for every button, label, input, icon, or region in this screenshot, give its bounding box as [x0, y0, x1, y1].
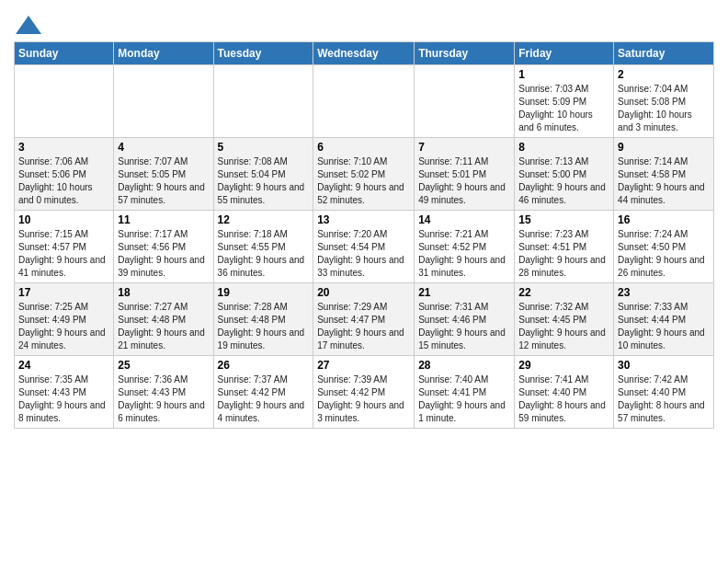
day-info: Sunrise: 7:25 AM Sunset: 4:49 PM Dayligh…: [18, 301, 109, 352]
day-info: Sunrise: 7:41 AM Sunset: 4:40 PM Dayligh…: [518, 373, 609, 425]
calendar-cell: 13Sunrise: 7:20 AM Sunset: 4:54 PM Dayli…: [313, 210, 415, 282]
calendar-cell: 27Sunrise: 7:39 AM Sunset: 4:42 PM Dayli…: [313, 355, 415, 428]
day-number: 15: [518, 213, 609, 226]
calendar-cell: 15Sunrise: 7:23 AM Sunset: 4:51 PM Dayli…: [515, 210, 614, 282]
day-number: 10: [18, 213, 109, 226]
day-number: 3: [18, 141, 109, 154]
day-info: Sunrise: 7:31 AM Sunset: 4:46 PM Dayligh…: [418, 301, 510, 352]
day-info: Sunrise: 7:18 AM Sunset: 4:55 PM Dayligh…: [218, 228, 310, 280]
day-number: 7: [418, 141, 510, 154]
page-header: [14, 9, 714, 34]
calendar-cell: 9Sunrise: 7:14 AM Sunset: 4:58 PM Daylig…: [614, 137, 714, 210]
calendar-week-row: 24Sunrise: 7:35 AM Sunset: 4:43 PM Dayli…: [15, 355, 714, 428]
day-number: 2: [618, 68, 710, 81]
day-info: Sunrise: 7:03 AM Sunset: 5:09 PM Dayligh…: [518, 83, 609, 134]
day-info: Sunrise: 7:10 AM Sunset: 5:02 PM Dayligh…: [317, 155, 410, 207]
calendar-cell: [415, 64, 515, 137]
calendar-week-row: 3Sunrise: 7:06 AM Sunset: 5:06 PM Daylig…: [15, 137, 714, 210]
calendar-week-row: 10Sunrise: 7:15 AM Sunset: 4:57 PM Dayli…: [15, 210, 714, 282]
calendar-day-header: Friday: [515, 41, 614, 64]
calendar-header-row: SundayMondayTuesdayWednesdayThursdayFrid…: [15, 41, 714, 64]
day-number: 8: [518, 141, 609, 154]
page-container: SundayMondayTuesdayWednesdayThursdayFrid…: [0, 0, 728, 438]
day-info: Sunrise: 7:33 AM Sunset: 4:44 PM Dayligh…: [618, 301, 710, 352]
day-info: Sunrise: 7:17 AM Sunset: 4:56 PM Dayligh…: [118, 228, 209, 280]
calendar-cell: 1Sunrise: 7:03 AM Sunset: 5:09 PM Daylig…: [515, 64, 614, 137]
calendar-cell: [213, 64, 313, 137]
day-info: Sunrise: 7:27 AM Sunset: 4:48 PM Dayligh…: [118, 301, 209, 352]
calendar-cell: 28Sunrise: 7:40 AM Sunset: 4:41 PM Dayli…: [415, 355, 515, 428]
day-number: 14: [418, 213, 510, 226]
calendar-day-header: Sunday: [15, 41, 114, 64]
day-number: 4: [118, 141, 209, 154]
calendar-cell: 3Sunrise: 7:06 AM Sunset: 5:06 PM Daylig…: [15, 137, 114, 210]
day-info: Sunrise: 7:36 AM Sunset: 4:43 PM Dayligh…: [118, 373, 209, 425]
calendar-week-row: 1Sunrise: 7:03 AM Sunset: 5:09 PM Daylig…: [15, 64, 714, 137]
day-number: 13: [317, 213, 410, 226]
day-number: 29: [518, 359, 609, 372]
day-info: Sunrise: 7:35 AM Sunset: 4:43 PM Dayligh…: [18, 373, 109, 425]
day-info: Sunrise: 7:14 AM Sunset: 4:58 PM Dayligh…: [618, 155, 710, 207]
calendar-cell: 4Sunrise: 7:07 AM Sunset: 5:05 PM Daylig…: [114, 137, 213, 210]
calendar-week-row: 17Sunrise: 7:25 AM Sunset: 4:49 PM Dayli…: [15, 282, 714, 355]
day-info: Sunrise: 7:21 AM Sunset: 4:52 PM Dayligh…: [418, 228, 510, 280]
calendar-day-header: Wednesday: [313, 41, 415, 64]
calendar-cell: 26Sunrise: 7:37 AM Sunset: 4:42 PM Dayli…: [213, 355, 313, 428]
day-number: 22: [518, 286, 609, 299]
calendar-cell: 12Sunrise: 7:18 AM Sunset: 4:55 PM Dayli…: [213, 210, 313, 282]
calendar-day-header: Saturday: [614, 41, 714, 64]
calendar-cell: 22Sunrise: 7:32 AM Sunset: 4:45 PM Dayli…: [515, 282, 614, 355]
calendar-cell: 30Sunrise: 7:42 AM Sunset: 4:40 PM Dayli…: [614, 355, 714, 428]
day-number: 11: [118, 213, 209, 226]
calendar-cell: [114, 64, 213, 137]
day-info: Sunrise: 7:07 AM Sunset: 5:05 PM Dayligh…: [118, 155, 209, 207]
calendar-cell: 6Sunrise: 7:10 AM Sunset: 5:02 PM Daylig…: [313, 137, 415, 210]
calendar-cell: 29Sunrise: 7:41 AM Sunset: 4:40 PM Dayli…: [515, 355, 614, 428]
calendar-cell: 14Sunrise: 7:21 AM Sunset: 4:52 PM Dayli…: [415, 210, 515, 282]
calendar-cell: 24Sunrise: 7:35 AM Sunset: 4:43 PM Dayli…: [15, 355, 114, 428]
day-number: 16: [618, 213, 710, 226]
day-info: Sunrise: 7:13 AM Sunset: 5:00 PM Dayligh…: [518, 155, 609, 207]
calendar-cell: 25Sunrise: 7:36 AM Sunset: 4:43 PM Dayli…: [114, 355, 213, 428]
day-number: 26: [218, 359, 310, 372]
day-number: 25: [118, 359, 209, 372]
calendar-cell: [15, 64, 114, 137]
calendar-cell: 16Sunrise: 7:24 AM Sunset: 4:50 PM Dayli…: [614, 210, 714, 282]
calendar-cell: 23Sunrise: 7:33 AM Sunset: 4:44 PM Dayli…: [614, 282, 714, 355]
day-number: 12: [218, 213, 310, 226]
svg-marker-0: [16, 16, 41, 34]
day-number: 5: [218, 141, 310, 154]
day-number: 24: [18, 359, 109, 372]
logo: [14, 13, 41, 34]
day-info: Sunrise: 7:39 AM Sunset: 4:42 PM Dayligh…: [317, 373, 410, 425]
logo-icon: [16, 16, 41, 34]
day-info: Sunrise: 7:11 AM Sunset: 5:01 PM Dayligh…: [418, 155, 510, 207]
calendar-cell: 8Sunrise: 7:13 AM Sunset: 5:00 PM Daylig…: [515, 137, 614, 210]
day-number: 1: [518, 68, 609, 81]
day-number: 19: [218, 286, 310, 299]
calendar-cell: 11Sunrise: 7:17 AM Sunset: 4:56 PM Dayli…: [114, 210, 213, 282]
day-number: 28: [418, 359, 510, 372]
calendar-cell: 18Sunrise: 7:27 AM Sunset: 4:48 PM Dayli…: [114, 282, 213, 355]
day-info: Sunrise: 7:24 AM Sunset: 4:50 PM Dayligh…: [618, 228, 710, 280]
calendar-cell: 5Sunrise: 7:08 AM Sunset: 5:04 PM Daylig…: [213, 137, 313, 210]
calendar-day-header: Thursday: [415, 41, 515, 64]
day-number: 17: [18, 286, 109, 299]
day-info: Sunrise: 7:04 AM Sunset: 5:08 PM Dayligh…: [618, 83, 710, 134]
day-info: Sunrise: 7:06 AM Sunset: 5:06 PM Dayligh…: [18, 155, 109, 207]
day-info: Sunrise: 7:28 AM Sunset: 4:48 PM Dayligh…: [218, 301, 310, 352]
day-number: 23: [618, 286, 710, 299]
day-info: Sunrise: 7:23 AM Sunset: 4:51 PM Dayligh…: [518, 228, 609, 280]
day-info: Sunrise: 7:40 AM Sunset: 4:41 PM Dayligh…: [418, 373, 510, 425]
day-info: Sunrise: 7:32 AM Sunset: 4:45 PM Dayligh…: [518, 301, 609, 352]
calendar-cell: 19Sunrise: 7:28 AM Sunset: 4:48 PM Dayli…: [213, 282, 313, 355]
logo-text: [14, 13, 41, 34]
calendar-cell: 20Sunrise: 7:29 AM Sunset: 4:47 PM Dayli…: [313, 282, 415, 355]
calendar-day-header: Monday: [114, 41, 213, 64]
calendar-cell: 2Sunrise: 7:04 AM Sunset: 5:08 PM Daylig…: [614, 64, 714, 137]
day-number: 30: [618, 359, 710, 372]
calendar-cell: 21Sunrise: 7:31 AM Sunset: 4:46 PM Dayli…: [415, 282, 515, 355]
day-number: 18: [118, 286, 209, 299]
day-info: Sunrise: 7:37 AM Sunset: 4:42 PM Dayligh…: [218, 373, 310, 425]
day-info: Sunrise: 7:42 AM Sunset: 4:40 PM Dayligh…: [618, 373, 710, 425]
